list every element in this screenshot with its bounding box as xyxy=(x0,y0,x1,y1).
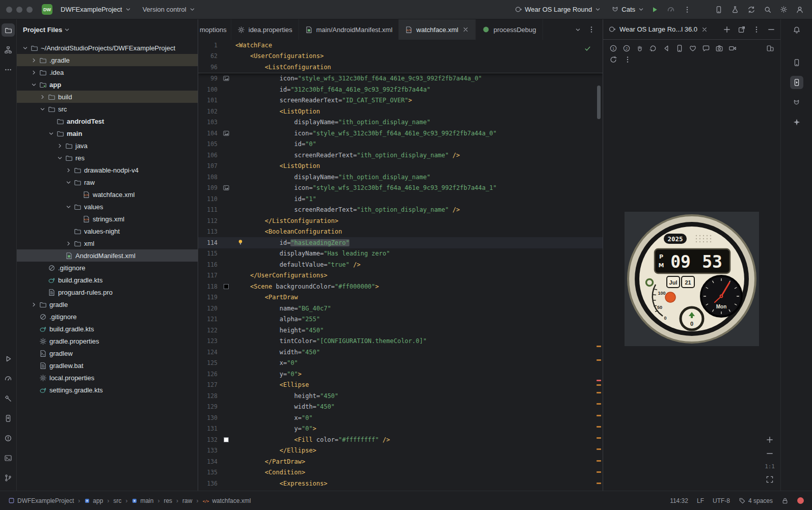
code-line-133[interactable]: 133 </Ellipse> xyxy=(198,445,603,457)
tab-moptions[interactable]: moptions xyxy=(198,19,231,40)
warning-mark[interactable] xyxy=(597,403,601,405)
code-line-128[interactable]: 128 height="450" xyxy=(198,390,603,402)
chevron-down-icon[interactable] xyxy=(56,154,64,162)
code-line-107[interactable]: 107 <ListOption xyxy=(198,161,603,172)
breadcrumb-item-raw[interactable]: raw xyxy=(182,497,192,504)
sync-project-icon[interactable] xyxy=(747,6,755,14)
code-line-96[interactable]: 96 <ListConfiguration xyxy=(198,62,603,73)
tree-item-values-night[interactable]: values-night xyxy=(17,225,198,237)
chevron-right-icon[interactable] xyxy=(56,141,64,150)
tree-item-gitignore[interactable]: .gitignore xyxy=(17,262,198,274)
tab-watchface-xml[interactable]: </>watchface.xml xyxy=(399,19,475,40)
tree-item-main[interactable]: main xyxy=(17,127,198,139)
tree-item-proguard-rules-pro[interactable]: proguard-rules.pro xyxy=(17,286,198,298)
code-line-121[interactable]: 121 alpha="255" xyxy=(198,314,603,325)
warning-mark[interactable] xyxy=(597,448,601,450)
warning-mark[interactable] xyxy=(597,415,601,416)
tree-item-watchface-xml[interactable]: </>watchface.xml xyxy=(17,188,198,201)
tree-item-local-properties[interactable]: local.properties xyxy=(17,372,198,384)
code-line-136[interactable]: 136 <Expressions> xyxy=(198,478,603,489)
close-device-tab-icon[interactable] xyxy=(701,26,708,33)
tree-item-app[interactable]: app xyxy=(17,78,198,91)
reset-icon[interactable] xyxy=(609,55,617,64)
drawable-preview-icon[interactable] xyxy=(221,75,231,82)
watch-face-screen[interactable]: 2025 P M 09 53 Jul 21 100 50 0 xyxy=(625,212,759,346)
tree-item-gradlew-bat[interactable]: gradlew.bat xyxy=(17,359,198,372)
tree-item-xml[interactable]: xml xyxy=(17,237,198,249)
tree-item-res[interactable]: res xyxy=(17,152,198,164)
error-stripe[interactable] xyxy=(595,40,603,491)
heart-rate-icon[interactable] xyxy=(689,44,697,52)
tree-item-build-gradle-kts[interactable]: build.gradle.kts xyxy=(17,323,198,335)
warning-mark[interactable] xyxy=(597,437,601,439)
breadcrumb-item-dwfexampleproject[interactable]: DWFExampleProject xyxy=(8,497,74,504)
terminal-icon[interactable] xyxy=(2,451,15,465)
screenshot-icon[interactable] xyxy=(715,44,723,52)
line-separator-widget[interactable]: LF xyxy=(697,497,704,504)
warning-mark[interactable] xyxy=(597,392,601,393)
drawable-preview-icon[interactable] xyxy=(221,130,231,137)
chevron-down-icon[interactable] xyxy=(30,80,38,89)
breadcrumb-item-watchface-xml[interactable]: </>watchface.xml xyxy=(202,497,251,504)
run-icon[interactable] xyxy=(2,352,15,365)
inspections-ok-icon[interactable] xyxy=(584,45,591,52)
more-icon[interactable] xyxy=(2,63,15,76)
tree-item-java[interactable]: java xyxy=(17,139,198,152)
tree-item-androidstudioprojects-dwfexampleproject[interactable]: ~/AndroidStudioProjects/DWFExampleProjec… xyxy=(17,42,198,54)
version-control-icon[interactable] xyxy=(2,471,15,485)
problems-icon[interactable] xyxy=(2,432,15,445)
warning-mark[interactable] xyxy=(597,346,601,347)
device-icon[interactable] xyxy=(675,44,684,52)
zoom-reset[interactable]: 1:1 xyxy=(765,463,775,470)
zoom-out-icon[interactable] xyxy=(766,449,774,458)
hidden-tabs-icon[interactable] xyxy=(575,26,581,33)
tilt-icon[interactable] xyxy=(649,44,657,52)
mirror-icon[interactable] xyxy=(766,44,774,52)
more-actions-icon[interactable] xyxy=(683,6,691,14)
code-line-134[interactable]: 134 </PartDraw> xyxy=(198,456,603,467)
code-line-111[interactable]: 111 screenReaderText="ith_option_display… xyxy=(198,205,603,216)
code-line-62[interactable]: 62 <UserConfigurations> xyxy=(198,51,603,62)
chevron-right-icon[interactable] xyxy=(64,239,73,248)
macos-minimize-button[interactable] xyxy=(16,7,22,13)
tree-item-build-gradle-kts[interactable]: build.gradle.kts xyxy=(17,274,198,286)
code-line-123[interactable]: 123 tintColor="[CONFIGURATION.themeColor… xyxy=(198,336,603,347)
code-line-120[interactable]: 120 name="BG_40c7" xyxy=(198,303,603,314)
macos-close-button[interactable] xyxy=(6,7,12,13)
warning-mark[interactable] xyxy=(597,483,601,484)
chevron-right-icon[interactable] xyxy=(30,56,38,65)
code-line-126[interactable]: 126 y="0"> xyxy=(198,369,603,380)
chevron-down-icon[interactable] xyxy=(21,44,30,52)
hide-panel-icon[interactable] xyxy=(767,25,775,34)
search-everywhere-icon[interactable] xyxy=(764,6,772,14)
device-tab-title[interactable]: Wear OS Large Ro...l 36.0 xyxy=(619,25,697,33)
file-lock-icon[interactable] xyxy=(781,497,789,504)
chevron-down-icon[interactable] xyxy=(47,129,56,138)
tree-item-gradle[interactable]: gradle xyxy=(17,298,198,310)
project-selector[interactable]: DWFExampleProject xyxy=(57,4,136,15)
breadcrumb-item-app[interactable]: app xyxy=(84,497,103,504)
structure-icon[interactable] xyxy=(2,43,15,56)
tree-item-gradle[interactable]: .gradle xyxy=(17,54,198,66)
code-line-131[interactable]: 131 y="0"> xyxy=(198,423,603,435)
project-panel-header[interactable]: Project Files xyxy=(17,19,198,40)
button-one-icon[interactable]: 1 xyxy=(609,44,617,52)
back-icon[interactable] xyxy=(662,44,670,52)
warning-mark[interactable] xyxy=(597,471,601,473)
tree-item-gradlew[interactable]: gradlew xyxy=(17,347,198,359)
chevron-down-icon[interactable] xyxy=(64,203,73,211)
more-icon[interactable] xyxy=(624,55,632,64)
code-line-124[interactable]: 124 width="450" xyxy=(198,347,603,358)
code-line-103[interactable]: 103 displayName="ith_option_display_name… xyxy=(198,117,603,128)
warning-mark[interactable] xyxy=(597,426,601,428)
caret-position-widget[interactable]: 114:32 xyxy=(670,497,688,504)
tree-item-androidmanifest-xml[interactable]: AndroidManifest.xml xyxy=(17,249,198,262)
intention-bulb-icon[interactable] xyxy=(237,239,244,246)
warning-mark[interactable] xyxy=(597,384,601,386)
indent-widget[interactable]: 4 spaces xyxy=(739,497,773,504)
encoding-widget[interactable]: UTF-8 xyxy=(713,497,730,504)
code-editor[interactable]: 1<WatchFace62 <UserConfigurations>96 <Li… xyxy=(198,40,603,491)
code-line-113[interactable]: 113 <BooleanConfiguration xyxy=(198,226,603,238)
tree-item-gradle-properties[interactable]: gradle.properties xyxy=(17,335,198,347)
warning-mark[interactable] xyxy=(597,460,601,462)
